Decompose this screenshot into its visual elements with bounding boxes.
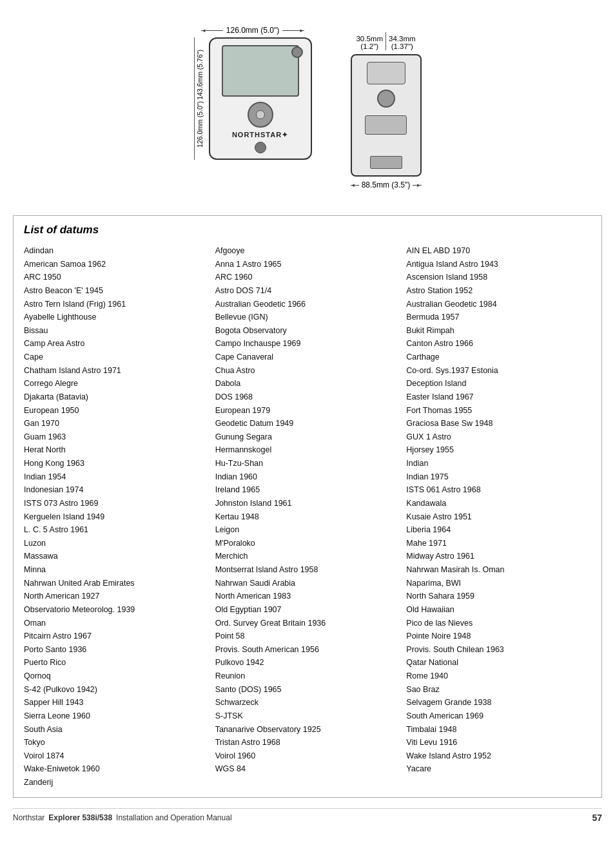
datum-item: Pulkovo 1942: [215, 656, 400, 670]
datum-item: Nahrwan Saudi Arabia: [215, 577, 400, 590]
datum-item: Chua Astro: [215, 364, 400, 378]
datum-item: Reunion: [215, 670, 400, 683]
datum-item: Observatorio Meteorolog. 1939: [24, 603, 209, 617]
datum-item: Wake-Eniwetok 1960: [24, 762, 209, 776]
datum-item: Adindan: [24, 244, 209, 258]
datum-item: ISTS 061 Astro 1968: [406, 483, 591, 497]
device-side: [351, 54, 422, 177]
datum-item: Nahrwan Masirah Is. Oman: [406, 563, 591, 577]
device-side-knob: [377, 90, 395, 108]
dim-bottom: ◄ ► 88.5mm (3.5"): [351, 180, 422, 189]
datum-item: Antigua Island Astro 1943: [406, 258, 591, 271]
datum-item: Wake Island Astro 1952: [406, 749, 591, 763]
datums-col1: AdindanAmerican Samoa 1962ARC 1950Astro …: [24, 244, 209, 789]
device-side-middle: [365, 115, 407, 135]
datum-item: Canton Astro 1966: [406, 337, 591, 351]
datum-item: Qatar National: [406, 656, 591, 670]
datum-item: Fort Thomas 1955: [406, 404, 591, 418]
datum-item: Timbalai 1948: [406, 723, 591, 737]
dim-side-w1: 30.5mm (1.2"): [356, 35, 383, 50]
datum-item: Nahrwan United Arab Emirates: [24, 577, 209, 590]
datum-item: WGS 84: [215, 762, 400, 776]
datum-item: Midway Astro 1961: [406, 550, 591, 563]
datum-item: Liberia 1964: [406, 523, 591, 537]
datum-item: Bissau: [24, 324, 209, 338]
device-front: NORTHSTAR✦: [209, 37, 312, 160]
datum-item: Campo Inchauspe 1969: [215, 337, 400, 351]
datum-item: Hu-Tzu-Shan: [215, 457, 400, 470]
datum-item: Indonesian 1974: [24, 483, 209, 497]
datum-item: Puerto Rico: [24, 656, 209, 670]
dim-width: ◄ ► 126.0mm (5.0"): [201, 26, 304, 35]
datum-item: Co-ord. Sys.1937 Estonia: [406, 364, 591, 378]
device-front-wrapper: 143.6mm (5.76") 126.0mm (5.0") NOR: [194, 37, 312, 160]
datum-item: Point 58: [215, 630, 400, 643]
page: ◄ ► 126.0mm (5.0") 143.6mm (5.76"): [0, 0, 615, 868]
datum-item: Pico de las Nieves: [406, 617, 591, 630]
dim-divider: [386, 32, 386, 50]
diagram-section: ◄ ► 126.0mm (5.0") 143.6mm (5.76"): [13, 13, 602, 209]
datum-item: Provis. South Chilean 1963: [406, 643, 591, 657]
datum-item: Bukit Rimpah: [406, 324, 591, 338]
datum-item: Sierra Leone 1960: [24, 709, 209, 723]
datum-item: Corrego Alegre: [24, 377, 209, 391]
dim-bottom-label: 88.5mm (3.5"): [359, 180, 413, 189]
datum-item: Astro Tern Island (Frig) 1961: [24, 298, 209, 311]
datum-item: Montserrat Island Astro 1958: [215, 563, 400, 577]
datum-item: Hong Kong 1963: [24, 457, 209, 470]
footer-product: Explorer 538i/538: [48, 813, 112, 822]
diagram-left: ◄ ► 126.0mm (5.0") 143.6mm (5.76"): [194, 26, 312, 160]
datum-item: Viti Levu 1916: [406, 736, 591, 749]
datum-item: Bermuda 1957: [406, 311, 591, 324]
datum-item: Bogota Observatory: [215, 324, 400, 338]
datum-item: Luzon: [24, 537, 209, 550]
datum-item: Hermannskogel: [215, 443, 400, 457]
datum-item: South Asia: [24, 723, 209, 737]
datum-item: Yacare: [406, 762, 591, 776]
datum-item: AIN EL ABD 1970: [406, 244, 591, 258]
datums-columns: AdindanAmerican Samoa 1962ARC 1950Astro …: [24, 244, 591, 789]
datum-item: Mahe 1971: [406, 537, 591, 550]
datum-item: Chatham Island Astro 1971: [24, 364, 209, 378]
datum-item: Dabola: [215, 377, 400, 391]
datum-item: Carthage: [406, 351, 591, 364]
datum-item: Afgooye: [215, 244, 400, 258]
datum-item: North American 1983: [215, 590, 400, 603]
datum-item: Old Hawaiian: [406, 603, 591, 617]
datum-item: Gunung Segara: [215, 430, 400, 444]
datum-item: North Sahara 1959: [406, 590, 591, 603]
device-nav-ring: [248, 102, 273, 128]
datum-item: Provis. South American 1956: [215, 643, 400, 657]
datum-item: Gan 1970: [24, 417, 209, 430]
datum-item: Hjorsey 1955: [406, 443, 591, 457]
dim-width-label: 126.0mm (5.0"): [223, 26, 282, 35]
datum-item: Herat North: [24, 443, 209, 457]
datum-item: ISTS 073 Astro 1969: [24, 497, 209, 510]
datum-item: M'Poraloko: [215, 537, 400, 550]
datum-item: Cape: [24, 351, 209, 364]
datum-item: Voirol 1960: [215, 749, 400, 763]
datum-item: Indian 1975: [406, 470, 591, 484]
datum-item: Old Egyptian 1907: [215, 603, 400, 617]
datum-item: Australian Geodetic 1984: [406, 298, 591, 311]
datum-item: Camp Area Astro: [24, 337, 209, 351]
datum-item: Rome 1940: [406, 670, 591, 683]
datum-item: Qornoq: [24, 670, 209, 683]
datum-item: Ord. Survey Great Britain 1936: [215, 617, 400, 630]
datum-item: GUX 1 Astro: [406, 430, 591, 444]
side-dims: 143.6mm (5.76") 126.0mm (5.0"): [194, 37, 204, 160]
datum-item: Pitcairn Astro 1967: [24, 630, 209, 643]
datum-item: Bellevue (IGN): [215, 311, 400, 324]
datum-item: Merchich: [215, 550, 400, 563]
datum-item: Oman: [24, 617, 209, 630]
device-brand: NORTHSTAR✦: [232, 131, 288, 139]
datum-item: Ireland 1965: [215, 483, 400, 497]
footer-brand: Northstar: [13, 813, 44, 822]
datum-item: Australian Geodetic 1966: [215, 298, 400, 311]
datum-item: Sao Braz: [406, 683, 591, 697]
datum-item: Tananarive Observatory 1925: [215, 723, 400, 737]
datum-item: Kertau 1948: [215, 510, 400, 524]
device-side-base: [370, 156, 402, 169]
device-screen: [222, 45, 299, 97]
datum-item: ARC 1950: [24, 271, 209, 284]
